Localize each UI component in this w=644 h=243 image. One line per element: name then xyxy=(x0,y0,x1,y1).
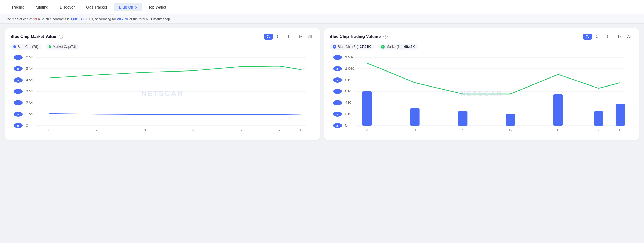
svg-text:8K: 8K xyxy=(345,78,351,82)
svg-text:2: 2 xyxy=(366,128,368,131)
right-time-filters: 7d 1m 3m 1y All xyxy=(583,34,634,40)
left-chart-area: NETSCAN Ξ 6M Ξ 5M xyxy=(10,52,315,135)
right-legend-bluechip-label: Blue Chip(7d) xyxy=(338,45,359,49)
bar-3 xyxy=(410,108,419,126)
right-filter-7d[interactable]: 7d xyxy=(583,34,592,40)
svg-text:2M: 2M xyxy=(26,101,33,105)
svg-text:1M: 1M xyxy=(26,112,33,116)
svg-text:6: 6 xyxy=(239,128,242,131)
subtitle-eth-suffix: ETH, accounting for xyxy=(85,17,117,21)
subtitle-eth: 1,081,383 xyxy=(70,17,85,21)
svg-text:Ξ: Ξ xyxy=(17,113,19,116)
svg-text:Ξ: Ξ xyxy=(336,57,338,59)
right-chart-card: Blue Chip Trading Volume i 7d 1m 3m 1y A… xyxy=(324,28,639,140)
svg-text:8: 8 xyxy=(619,128,621,131)
subtitle-pct: 20.78% xyxy=(117,17,128,21)
right-filter-1y[interactable]: 1y xyxy=(615,34,624,40)
right-legend-market-label: Market(7d) xyxy=(386,45,403,49)
right-chart-svg: Ξ 12K Ξ 10K Ξ 8K Ξ 6K Ξ 4K Ξ 2K Ξ 0 xyxy=(330,52,634,135)
legend-dot-blue xyxy=(13,45,16,48)
right-eth-icon-green: Ξ xyxy=(381,45,385,49)
subtitle-count: 19 xyxy=(33,17,37,21)
svg-text:Ξ: Ξ xyxy=(17,57,19,59)
svg-text:12K: 12K xyxy=(345,56,354,59)
right-legend-blue-chip: Ξ Blue Chip(7d) 27.91K xyxy=(330,44,374,50)
right-market-value: 46.46K xyxy=(404,45,415,49)
bar-2 xyxy=(362,91,372,126)
svg-text:2: 2 xyxy=(48,128,51,131)
svg-text:5: 5 xyxy=(191,128,194,131)
bar-7 xyxy=(594,111,603,126)
svg-text:7: 7 xyxy=(278,128,281,131)
nav-trading[interactable]: Trading xyxy=(6,3,29,11)
top-nav: Trading Minting Discover Gas Tracker Blu… xyxy=(0,0,644,14)
left-legend-blue-chip: Blue Chip(7d) xyxy=(10,44,41,50)
svg-text:4K: 4K xyxy=(345,101,351,105)
legend-dot-green xyxy=(49,45,51,48)
svg-text:0: 0 xyxy=(26,124,28,127)
left-filter-all[interactable]: All xyxy=(306,34,314,40)
nav-top-wallet[interactable]: Top Wallet xyxy=(143,3,171,11)
left-time-filters: 7d 1m 3m 1y All xyxy=(264,34,315,40)
bar-5 xyxy=(506,114,515,126)
svg-text:4M: 4M xyxy=(26,78,33,82)
svg-text:3: 3 xyxy=(96,128,99,131)
right-filter-all[interactable]: All xyxy=(625,34,634,40)
bar-4 xyxy=(458,111,467,126)
nav-discover[interactable]: Discover xyxy=(55,3,80,11)
subtitle-middle: blue-chip contracts is xyxy=(37,17,70,21)
left-legend-market-cap: Market Cap(7d) xyxy=(46,44,79,50)
svg-text:8: 8 xyxy=(300,128,303,131)
main-content: Blue Chip Market Value i 7d 1m 3m 1y All… xyxy=(0,24,644,145)
svg-text:6: 6 xyxy=(557,128,559,131)
svg-text:Ξ: Ξ xyxy=(17,102,19,104)
subtitle-prefix: The market cap of xyxy=(5,17,33,21)
svg-text:Ξ: Ξ xyxy=(336,91,338,93)
left-chart-card: Blue Chip Market Value i 7d 1m 3m 1y All… xyxy=(5,28,320,140)
svg-text:4: 4 xyxy=(144,128,146,131)
svg-text:5: 5 xyxy=(509,128,512,131)
subtitle-bar: The market cap of 19 blue-chip contracts… xyxy=(0,14,644,24)
left-legend-marketcap-label: Market Cap(7d) xyxy=(53,45,76,49)
svg-text:Ξ: Ξ xyxy=(17,91,19,93)
right-info-icon[interactable]: i xyxy=(383,35,388,39)
svg-text:Ξ: Ξ xyxy=(336,113,338,116)
nav-gas-tracker[interactable]: Gas Tracker xyxy=(81,3,113,11)
svg-text:3M: 3M xyxy=(26,90,33,93)
svg-text:Ξ: Ξ xyxy=(336,68,338,70)
svg-text:5M: 5M xyxy=(26,67,33,70)
left-filter-7d[interactable]: 7d xyxy=(264,34,273,40)
bar-6 xyxy=(553,94,563,126)
svg-text:10K: 10K xyxy=(345,67,354,70)
left-chart-svg: Ξ 6M Ξ 5M Ξ 4M Ξ 3M Ξ 2M Ξ xyxy=(10,52,315,135)
left-info-icon[interactable]: i xyxy=(59,35,63,39)
left-card-header: Blue Chip Market Value i 7d 1m 3m 1y All xyxy=(10,34,315,40)
left-filter-1m[interactable]: 1m xyxy=(274,34,284,40)
right-card-header: Blue Chip Trading Volume i 7d 1m 3m 1y A… xyxy=(330,34,634,40)
svg-text:Ξ: Ξ xyxy=(336,125,338,127)
left-filter-1y[interactable]: 1y xyxy=(296,34,305,40)
right-eth-icon-blue: Ξ xyxy=(333,45,336,49)
right-chart-title: Blue Chip Trading Volume i xyxy=(330,34,388,39)
nav-blue-chip[interactable]: Blue Chip xyxy=(114,3,142,11)
right-filter-1m[interactable]: 1m xyxy=(593,34,603,40)
nav-minting[interactable]: Minting xyxy=(31,3,53,11)
svg-text:6M: 6M xyxy=(26,56,33,59)
svg-text:Ξ: Ξ xyxy=(17,68,19,70)
svg-text:Ξ: Ξ xyxy=(17,125,19,127)
left-chart-title: Blue Chip Market Value i xyxy=(10,34,63,39)
svg-text:3: 3 xyxy=(413,128,416,131)
left-legend-bluechip-label: Blue Chip(7d) xyxy=(18,45,38,49)
svg-text:7: 7 xyxy=(597,128,600,131)
right-filter-3m[interactable]: 3m xyxy=(604,34,614,40)
svg-text:Ξ: Ξ xyxy=(336,102,338,104)
right-chart-area: NETSCAN Ξ 12K Ξ 10K Ξ 8K xyxy=(330,52,634,135)
svg-text:0: 0 xyxy=(345,124,347,127)
right-legend-market: Ξ Market(7d) 46.46K xyxy=(378,44,418,50)
svg-text:Ξ: Ξ xyxy=(336,79,338,82)
svg-text:2K: 2K xyxy=(345,112,351,116)
bar-8 xyxy=(615,104,625,126)
right-bluechip-value: 27.91K xyxy=(360,45,371,49)
left-filter-3m[interactable]: 3m xyxy=(285,34,295,40)
right-legend-row: Ξ Blue Chip(7d) 27.91K Ξ Market(7d) 46.4… xyxy=(330,44,634,50)
